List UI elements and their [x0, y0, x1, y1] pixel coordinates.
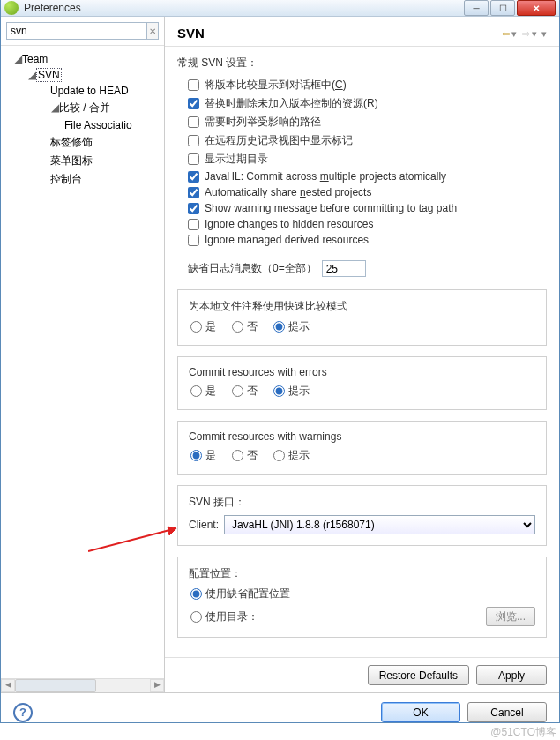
restore-defaults-button[interactable]: Restore Defaults: [368, 665, 469, 685]
quick-diff-fieldset: 为本地文件注释使用快速比较模式 是 否 提示: [177, 289, 547, 346]
window-title: Preferences: [24, 2, 464, 14]
chk-list-affected-paths[interactable]: 需要时列举受影响的路径: [188, 113, 547, 131]
general-section: 常规 SVN 设置： 将版本比较显示到对话框中(C) 替换时删除未加入版本控制的…: [177, 56, 547, 277]
client-label: Client:: [189, 519, 219, 531]
tree-item-svn[interactable]: ◢SVN: [4, 67, 161, 83]
page-menu-icon[interactable]: ▾: [541, 28, 547, 39]
chk-ignore-derived[interactable]: Ignore managed derived resources: [188, 232, 547, 248]
dialog-button-bar: ? OK Cancel: [1, 692, 559, 731]
history-nav: ⇦▾ ⇨▾ ▾: [500, 27, 547, 40]
titlebar[interactable]: Preferences: [1, 0, 559, 17]
cancel-button[interactable]: Cancel: [467, 702, 547, 722]
tree-item-menu-icons[interactable]: 菜单图标: [4, 152, 161, 170]
cfg-use-dir[interactable]: 使用目录：: [190, 609, 258, 624]
watermark: @51CTO博客: [490, 725, 556, 740]
tree-item-compare-merge[interactable]: ◢比较 / 合并: [4, 99, 161, 117]
chk-javahl-atomic[interactable]: JavaHL: Commit across multiple projects …: [188, 168, 547, 184]
browse-button[interactable]: 浏览...: [486, 607, 535, 626]
preference-tree[interactable]: ◢Team ◢SVN Update to HEAD ◢比较 / 合并 File …: [1, 46, 164, 678]
nav-back-icon[interactable]: ⇦: [502, 28, 510, 39]
page-button-bar: Restore Defaults Apply: [165, 657, 559, 692]
tree-item-file-assoc[interactable]: File Associatio: [4, 117, 161, 133]
scroll-right-icon[interactable]: ▶: [150, 679, 164, 692]
close-button[interactable]: [517, 0, 556, 16]
log-count-row: 缺省日志消息数（0=全部）: [188, 260, 547, 277]
general-heading: 常规 SVN 设置：: [177, 56, 547, 71]
svn-interface-fieldset: SVN 接口： Client: JavaHL (JNI) 1.8.8 (r156…: [177, 485, 547, 546]
commit-errors-fieldset: Commit resources with errors 是 否 提示: [177, 356, 547, 410]
tree-hscrollbar[interactable]: ◀ ▶: [1, 678, 164, 692]
tree-item-update-to-head[interactable]: Update to HEAD: [4, 83, 161, 99]
chk-remove-unversioned[interactable]: 替换时删除未加入版本控制的资源(R): [188, 94, 547, 113]
quickdiff-no[interactable]: 否: [232, 319, 258, 334]
commit-warnings-prompt[interactable]: 提示: [273, 448, 310, 463]
chk-show-outdated[interactable]: 显示过期目录: [188, 150, 547, 168]
commit-errors-prompt[interactable]: 提示: [273, 384, 310, 399]
commit-errors-no[interactable]: 否: [232, 384, 258, 399]
content: ✕ ◢Team ◢SVN Update to HEAD ◢比较 / 合并 Fil…: [1, 17, 559, 731]
chk-show-compare-dialog[interactable]: 将版本比较显示到对话框中(C): [188, 76, 547, 94]
filter-input[interactable]: [6, 22, 147, 40]
commit-warnings-fieldset: Commit resources with warnings 是 否 提示: [177, 421, 547, 475]
nav-forward-icon[interactable]: ⇨: [522, 28, 530, 39]
nav-back-menu[interactable]: ▾: [511, 28, 517, 39]
nav-forward-menu[interactable]: ▾: [532, 28, 537, 39]
chk-show-tags-history[interactable]: 在远程历史记录视图中显示标记: [188, 131, 547, 150]
cfg-default[interactable]: 使用缺省配置位置: [190, 587, 290, 602]
commit-warnings-yes[interactable]: 是: [190, 448, 216, 463]
commit-errors-label: Commit resources with errors: [189, 366, 535, 378]
config-location-fieldset: 配置位置： 使用缺省配置位置 使用目录： 浏览...: [177, 557, 547, 638]
clear-filter-button[interactable]: ✕: [147, 22, 159, 40]
scroll-left-icon[interactable]: ◀: [1, 679, 15, 692]
window-controls: [464, 0, 556, 16]
commit-errors-yes[interactable]: 是: [190, 384, 216, 399]
preferences-window: Preferences ✕ ◢Team ◢SVN Update to HEAD …: [0, 0, 560, 723]
tree-item-label-decor[interactable]: 标签修饰: [4, 133, 161, 152]
quick-diff-label: 为本地文件注释使用快速比较模式: [189, 299, 535, 314]
commit-warnings-label: Commit resources with warnings: [189, 430, 535, 443]
quickdiff-prompt[interactable]: 提示: [273, 319, 310, 334]
page-title: SVN: [177, 26, 500, 41]
config-heading: 配置位置：: [189, 566, 535, 581]
upper-split: ✕ ◢Team ◢SVN Update to HEAD ◢比较 / 合并 Fil…: [1, 17, 559, 692]
commit-warnings-no[interactable]: 否: [232, 448, 258, 463]
log-count-input[interactable]: [322, 260, 366, 277]
settings-pane: SVN ⇦▾ ⇨▾ ▾ 常规 SVN 设置： 将版本比较显示到对话框中(C) 替…: [165, 17, 559, 692]
page-body: 常规 SVN 设置： 将版本比较显示到对话框中(C) 替换时删除未加入版本控制的…: [165, 47, 559, 657]
tree-item-console[interactable]: 控制台: [4, 170, 161, 189]
minimize-button[interactable]: [464, 0, 489, 16]
navigator-pane: ✕ ◢Team ◢SVN Update to HEAD ◢比较 / 合并 Fil…: [1, 17, 165, 692]
filter-wrap: ✕: [1, 17, 164, 46]
client-select[interactable]: JavaHL (JNI) 1.8.8 (r1568071): [224, 515, 535, 534]
log-count-label: 缺省日志消息数（0=全部）: [188, 261, 317, 276]
chk-ignore-hidden[interactable]: Ignore changes to hidden resources: [188, 216, 547, 232]
maximize-button[interactable]: [490, 0, 515, 16]
interface-heading: SVN 接口：: [189, 495, 535, 510]
page-header: SVN ⇦▾ ⇨▾ ▾: [165, 17, 559, 47]
scroll-thumb[interactable]: [15, 679, 96, 692]
tree-item-team[interactable]: ◢Team: [4, 51, 161, 67]
chk-auto-share-nested[interactable]: Automatically share nested projects: [188, 184, 547, 200]
app-icon: [4, 1, 19, 15]
ok-button[interactable]: OK: [381, 702, 460, 722]
apply-button[interactable]: Apply: [476, 665, 547, 685]
help-icon[interactable]: ?: [13, 703, 33, 722]
quickdiff-yes[interactable]: 是: [190, 319, 216, 334]
chk-warn-commit-tag[interactable]: Show warning message before committing t…: [188, 200, 547, 216]
